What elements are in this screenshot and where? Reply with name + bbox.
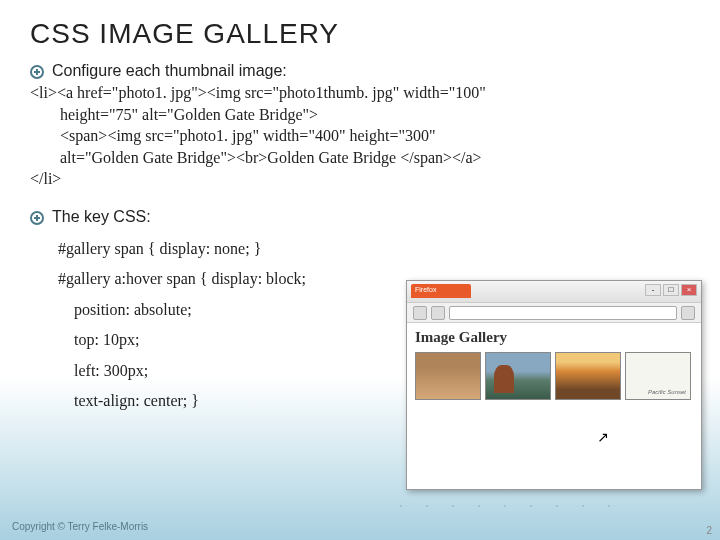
thumbnail-grid — [415, 352, 693, 400]
css-line: #gallery span { display: none; } — [30, 234, 720, 264]
cursor-icon — [597, 429, 609, 445]
decorative-dots — [400, 496, 680, 516]
browser-window: Firefox - □ × Image Gallery — [406, 280, 702, 490]
code-line: alt="Golden Gate Bridge"><br>Golden Gate… — [30, 147, 700, 169]
browser-titlebar: Firefox - □ × — [407, 281, 701, 303]
browser-viewport: Image Gallery — [407, 323, 701, 406]
plus-circle-icon — [30, 65, 44, 79]
code-line: height="75" alt="Golden Gate Bridge"> — [30, 104, 700, 126]
thumbnail-image[interactable] — [555, 352, 621, 400]
browser-toolbar — [407, 303, 701, 323]
minimize-button[interactable]: - — [645, 284, 661, 296]
page-number: 2 — [706, 525, 712, 536]
thumbnail-image[interactable] — [485, 352, 551, 400]
copyright-footer: Copyright © Terry Felke-Morris — [12, 521, 148, 532]
plus-circle-icon — [30, 211, 44, 225]
window-controls: - □ × — [645, 284, 697, 296]
code-line: <span><img src="photo1. jpg" width="400"… — [30, 125, 700, 147]
code-line: <li><a href="photo1. jpg"><img src="phot… — [30, 82, 700, 104]
back-button[interactable] — [413, 306, 427, 320]
thumbnail-image[interactable] — [415, 352, 481, 400]
bullet-2: The key CSS: — [0, 208, 720, 226]
bullet-2-text: The key CSS: — [52, 208, 151, 226]
code-line: </li> — [30, 168, 700, 190]
slide-title: CSS IMAGE GALLERY — [0, 0, 720, 62]
search-button[interactable] — [681, 306, 695, 320]
thumbnail-image[interactable] — [625, 352, 691, 400]
bullet-1-text: Configure each thumbnail image: — [52, 62, 287, 80]
gallery-heading: Image Gallery — [415, 329, 693, 346]
code-block-1: <li><a href="photo1. jpg"><img src="phot… — [0, 82, 720, 190]
maximize-button[interactable]: □ — [663, 284, 679, 296]
forward-button[interactable] — [431, 306, 445, 320]
bullet-1: Configure each thumbnail image: — [0, 62, 720, 80]
address-bar[interactable] — [449, 306, 677, 320]
close-button[interactable]: × — [681, 284, 697, 296]
browser-tab[interactable]: Firefox — [411, 284, 471, 298]
